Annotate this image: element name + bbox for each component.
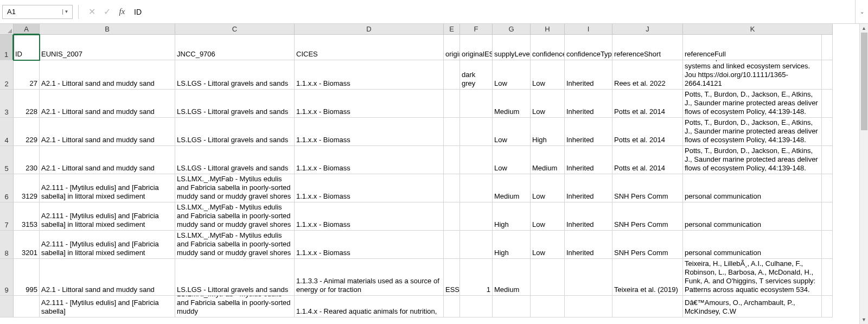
cell-C4[interactable]: LS.LGS - Littoral gravels and sands <box>175 118 295 146</box>
cell-E7[interactable] <box>444 202 460 231</box>
cell-B3[interactable]: A2.1 - Littoral sand and muddy sand <box>40 90 175 118</box>
scrollbar-track[interactable] <box>860 33 868 315</box>
cell-G9[interactable]: Medium <box>493 259 531 296</box>
row-header-9[interactable]: 9 <box>0 259 14 296</box>
cell-C2[interactable]: LS.LGS - Littoral gravels and sands <box>175 60 295 90</box>
scroll-down-icon[interactable]: ▼ <box>860 315 868 324</box>
cell-E10[interactable] <box>444 296 460 317</box>
cell-K1[interactable]: referenceFull <box>683 35 822 60</box>
cell-D7[interactable]: 1.1.x.x - Biomass <box>295 202 444 231</box>
cell-D3[interactable]: 1.1.x.x - Biomass <box>295 90 444 118</box>
cell-J6[interactable]: SNH Pers Comm <box>612 174 683 202</box>
cell-J5[interactable]: Potts et al. 2014 <box>612 146 683 174</box>
cell-A4[interactable]: 229 <box>14 118 40 146</box>
cell-B7[interactable]: A2.111 - [Mytilus edulis] and [Fabricia … <box>40 202 175 231</box>
cell-F4[interactable] <box>460 118 493 146</box>
cell-D4[interactable]: 1.1.x.x - Biomass <box>295 118 444 146</box>
vertical-scrollbar[interactable]: ▲ ▼ <box>859 24 868 324</box>
cell-G8[interactable]: High <box>493 231 531 259</box>
cell-I9[interactable] <box>565 259 612 296</box>
cell-F10[interactable] <box>460 296 493 317</box>
cell-K4[interactable]: Potts, T., Burdon, D., Jackson, E., Atki… <box>683 118 822 146</box>
cell-K9[interactable]: Teixeira, H., LillebÃ¸, A.I., Culhane, F… <box>683 259 822 296</box>
cell-I3[interactable]: Inherited <box>565 90 612 118</box>
cell-E5[interactable] <box>444 146 460 174</box>
cell-C1[interactable]: JNCC_9706 <box>175 35 295 60</box>
cell-A6[interactable]: 3129 <box>14 174 40 202</box>
cell-E2[interactable] <box>444 60 460 90</box>
cell-J3[interactable]: Potts et al. 2014 <box>612 90 683 118</box>
cell-F6[interactable] <box>460 174 493 202</box>
cell-B1[interactable]: EUNIS_2007 <box>40 35 175 60</box>
col-header-J[interactable]: J <box>612 24 683 35</box>
cell-I6[interactable]: Inherited <box>565 174 612 202</box>
expand-formula-bar-icon[interactable]: ⌄ <box>855 0 868 24</box>
cell-D1[interactable]: CICES <box>295 35 444 60</box>
row-header-5[interactable]: 5 <box>0 146 14 174</box>
cell-A2[interactable]: 27 <box>14 60 40 90</box>
cell-G2[interactable]: Low <box>493 60 531 90</box>
cell-G7[interactable]: High <box>493 202 531 231</box>
row-header-4[interactable]: 4 <box>0 118 14 146</box>
select-all-corner[interactable] <box>0 24 14 35</box>
cell-J1[interactable]: referenceShort <box>612 35 683 60</box>
row-header-7[interactable]: 7 <box>0 202 14 231</box>
cell-I10[interactable] <box>565 296 612 317</box>
cell-F2[interactable]: dark grey <box>460 60 493 90</box>
cell-F8[interactable] <box>460 231 493 259</box>
cancel-icon[interactable]: ✕ <box>84 5 99 19</box>
col-header-C[interactable]: C <box>175 24 295 35</box>
cell-I5[interactable]: Inherited <box>565 146 612 174</box>
cell-C8[interactable]: LS.LMX._.MytFab - Mytilus edulis and Fab… <box>175 231 295 259</box>
cell-E3[interactable] <box>444 90 460 118</box>
cell-I7[interactable]: Inherited <box>565 202 612 231</box>
row-header-3[interactable]: 3 <box>0 90 14 118</box>
col-header-G[interactable]: G <box>493 24 531 35</box>
fx-icon[interactable]: fx <box>114 5 130 19</box>
cell-F3[interactable] <box>460 90 493 118</box>
cell-K6[interactable]: personal communication <box>683 174 822 202</box>
cell-E9[interactable]: ESS3 <box>444 259 460 296</box>
cell-K3[interactable]: Potts, T., Burdon, D., Jackson, E., Atki… <box>683 90 822 118</box>
cell-I8[interactable]: Inherited <box>565 231 612 259</box>
cell-J10[interactable] <box>612 296 683 317</box>
col-header-B[interactable]: B <box>40 24 175 35</box>
cell-C7[interactable]: LS.LMX._.MytFab - Mytilus edulis and Fab… <box>175 202 295 231</box>
cell-A3[interactable]: 228 <box>14 90 40 118</box>
cell-B2[interactable]: A2.1 - Littoral sand and muddy sand <box>40 60 175 90</box>
row-header-2[interactable]: 2 <box>0 60 14 90</box>
cell-D5[interactable]: 1.1.x.x - Biomass <box>295 146 444 174</box>
cell-D6[interactable]: 1.1.x.x - Biomass <box>295 174 444 202</box>
cell-I1[interactable]: confidenceType <box>565 35 612 60</box>
cell-A10[interactable] <box>14 296 40 317</box>
cell-D9[interactable]: 1.1.3.3 - Animal materials used as a sou… <box>295 259 444 296</box>
row-header-8[interactable]: 8 <box>0 231 14 259</box>
row-header-6[interactable]: 6 <box>0 174 14 202</box>
cell-G6[interactable]: Medium <box>493 174 531 202</box>
cell-H4[interactable]: High <box>531 118 565 146</box>
col-header-I[interactable]: I <box>565 24 612 35</box>
cell-H8[interactable]: Low <box>531 231 565 259</box>
cell-I4[interactable]: Inherited <box>565 118 612 146</box>
cell-H3[interactable]: Low <box>531 90 565 118</box>
cell-C10[interactable]: LS.LMX._.MytFab - Mytilus edulis and Fab… <box>175 296 295 317</box>
cell-D10[interactable]: 1.1.4.x - Reared aquatic animals for nut… <box>295 296 444 317</box>
col-header-F[interactable]: F <box>460 24 493 35</box>
cell-F1[interactable]: originalESsupplyLevel <box>460 35 493 60</box>
cell-B6[interactable]: A2.111 - [Mytilus edulis] and [Fabricia … <box>40 174 175 202</box>
cell-K8[interactable]: personal communication <box>683 231 822 259</box>
cell-E8[interactable] <box>444 231 460 259</box>
cell-I2[interactable]: Inherited <box>565 60 612 90</box>
cell-D2[interactable]: 1.1.x.x - Biomass <box>295 60 444 90</box>
cell-J7[interactable]: SNH Pers Comm <box>612 202 683 231</box>
enter-icon[interactable]: ✓ <box>99 5 114 19</box>
cell-A5[interactable]: 230 <box>14 146 40 174</box>
cell-B8[interactable]: A2.111 - [Mytilus edulis] and [Fabricia … <box>40 231 175 259</box>
cell-B4[interactable]: A2.1 - Littoral sand and muddy sand <box>40 118 175 146</box>
cell-E4[interactable] <box>444 118 460 146</box>
cell-H9[interactable] <box>531 259 565 296</box>
cell-C6[interactable]: LS.LMX._.MytFab - Mytilus edulis and Fab… <box>175 174 295 202</box>
cell-G4[interactable]: Low <box>493 118 531 146</box>
col-header-E[interactable]: E <box>444 24 460 35</box>
cell-E1[interactable]: originalES <box>444 35 460 60</box>
